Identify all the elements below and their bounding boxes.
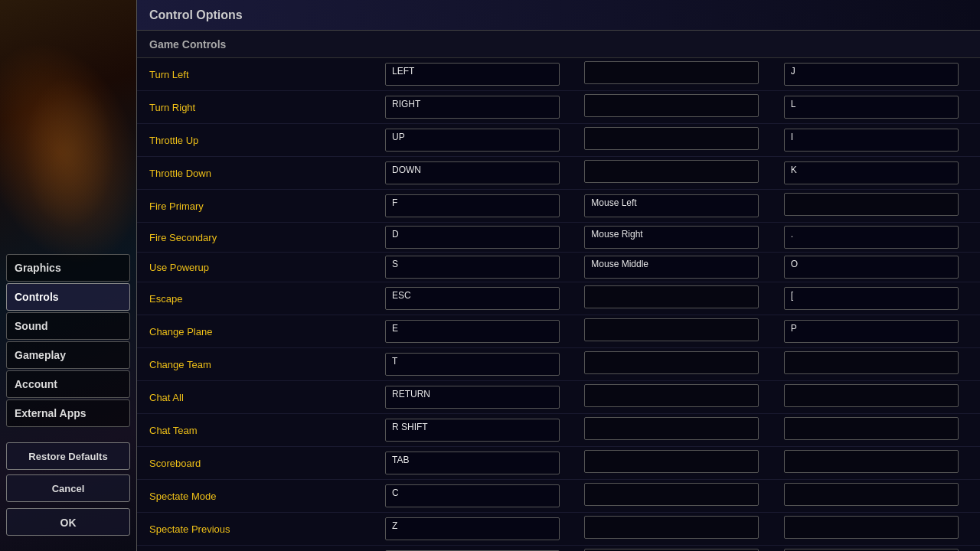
sidebar-nav: GraphicsControlsSoundGameplayAccountExte… [0,254,136,427]
sidebar-item-external-apps[interactable]: External Apps [6,399,130,427]
control-label: Spectate Next [137,546,382,552]
sidebar-item-account[interactable]: Account [6,370,130,398]
key-input-7-0[interactable]: ESC [385,287,560,310]
control-label: Spectate Mode [137,480,382,513]
key-input-7-2[interactable]: [ [784,287,959,310]
table-row: Fire PrimaryFMouse Left [137,190,980,223]
key-input-14-0[interactable]: Z [385,517,560,540]
key-input-9-2[interactable] [784,351,959,374]
key-input-14-2[interactable] [784,516,959,539]
table-row: Throttle UpUPI [137,124,980,157]
control-label: Chat All [137,381,382,414]
key-input-11-1[interactable] [584,417,759,440]
controls-area[interactable]: Turn LeftLEFTJTurn RightRIGHTLThrottle U… [137,58,980,551]
key-input-10-1[interactable] [584,384,759,407]
control-label: Fire Primary [137,190,382,223]
panel-title: Control Options [137,0,980,31]
table-row: Use PowerupSMouse MiddleO [137,253,980,282]
control-label: Chat Team [137,414,382,447]
key-input-3-0[interactable]: DOWN [385,161,560,184]
key-input-5-1[interactable]: Mouse Right [584,226,759,249]
key-input-5-0[interactable]: D [385,226,560,249]
key-input-0-1[interactable] [584,61,759,84]
key-input-9-1[interactable] [584,351,759,374]
key-input-2-1[interactable] [584,127,759,150]
key-input-0-2[interactable]: J [784,63,959,86]
key-input-14-1[interactable] [584,516,759,539]
table-row: Change PlaneEP [137,315,980,348]
restore-defaults-button[interactable]: Restore Defaults [6,442,130,470]
key-input-8-1[interactable] [584,318,759,341]
key-input-1-0[interactable]: RIGHT [385,96,560,119]
key-input-2-0[interactable]: UP [385,129,560,152]
key-input-0-0[interactable]: LEFT [385,63,560,86]
key-input-12-0[interactable]: TAB [385,452,560,474]
table-row: Chat AllRETURN [137,381,980,414]
control-label: Fire Secondary [137,223,382,253]
sidebar-item-controls[interactable]: Controls [6,283,130,311]
key-input-11-2[interactable] [784,417,959,440]
key-input-4-0[interactable]: F [385,194,560,217]
controls-table: Turn LeftLEFTJTurn RightRIGHTLThrottle U… [137,58,980,551]
key-input-11-0[interactable]: R SHIFT [385,419,560,442]
control-label: Throttle Up [137,124,382,157]
sidebar-item-graphics[interactable]: Graphics [6,254,130,282]
key-input-13-2[interactable] [784,483,959,506]
key-input-8-0[interactable]: E [385,320,560,343]
table-row: Spectate NextX [137,546,980,552]
table-row: Fire SecondaryDMouse Right. [137,223,980,253]
table-row: Turn LeftLEFTJ [137,58,980,91]
control-label: Spectate Previous [137,513,382,546]
key-input-7-1[interactable] [584,285,759,308]
key-input-1-2[interactable]: L [784,96,959,119]
sidebar-item-sound[interactable]: Sound [6,312,130,340]
key-input-9-0[interactable]: T [385,353,560,376]
key-input-6-2[interactable]: O [784,256,959,279]
control-label: Turn Right [137,91,382,124]
control-label: Turn Left [137,58,382,91]
key-input-12-1[interactable] [584,450,759,473]
table-row: EscapeESC[ [137,282,980,315]
key-input-13-1[interactable] [584,483,759,506]
key-input-10-2[interactable] [784,384,959,407]
key-input-1-1[interactable] [584,94,759,117]
sidebar-item-gameplay[interactable]: Gameplay [6,341,130,369]
key-input-10-0[interactable]: RETURN [385,386,560,409]
control-label: Change Team [137,348,382,381]
table-row: ScoreboardTAB [137,447,980,480]
key-input-4-1[interactable]: Mouse Left [584,194,759,217]
key-input-13-0[interactable]: C [385,484,560,507]
cancel-button[interactable]: Cancel [6,474,130,502]
table-row: Spectate PreviousZ [137,513,980,546]
key-input-12-2[interactable] [784,450,959,473]
table-row: Turn RightRIGHTL [137,91,980,124]
section-header-text: Game Controls [149,38,226,51]
key-input-6-1[interactable]: Mouse Middle [584,256,759,279]
table-row: Chat TeamR SHIFT [137,414,980,447]
table-row: Spectate ModeC [137,480,980,513]
control-label: Scoreboard [137,447,382,480]
main-content: Control Options Game Controls Turn LeftL… [136,0,980,551]
key-input-3-1[interactable] [584,160,759,183]
control-label: Escape [137,282,382,315]
control-label: Use Powerup [137,253,382,282]
panel-title-text: Control Options [149,8,243,22]
control-label: Change Plane [137,315,382,348]
key-input-4-2[interactable] [784,193,959,216]
section-header: Game Controls [137,31,980,58]
key-input-3-2[interactable]: K [784,161,959,184]
table-row: Change TeamT [137,348,980,381]
key-input-2-2[interactable]: I [784,129,959,152]
sidebar-bottom: Restore Defaults Cancel [0,442,136,502]
control-label: Throttle Down [137,157,382,190]
sidebar: GraphicsControlsSoundGameplayAccountExte… [0,0,136,551]
key-input-8-2[interactable]: P [784,320,959,343]
key-input-5-2[interactable]: . [784,226,959,249]
table-row: Throttle DownDOWNK [137,157,980,190]
key-input-6-0[interactable]: S [385,256,560,279]
